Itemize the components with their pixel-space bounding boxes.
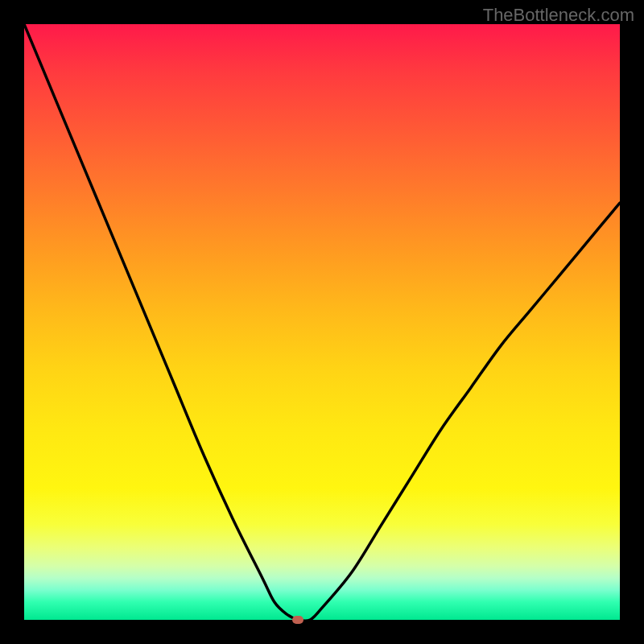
chart-frame — [24, 24, 620, 620]
bottleneck-curve-path — [24, 24, 620, 620]
optimal-point-marker — [292, 616, 303, 624]
watermark-text: TheBottleneck.com — [483, 5, 634, 26]
bottleneck-curve-svg — [24, 24, 620, 620]
